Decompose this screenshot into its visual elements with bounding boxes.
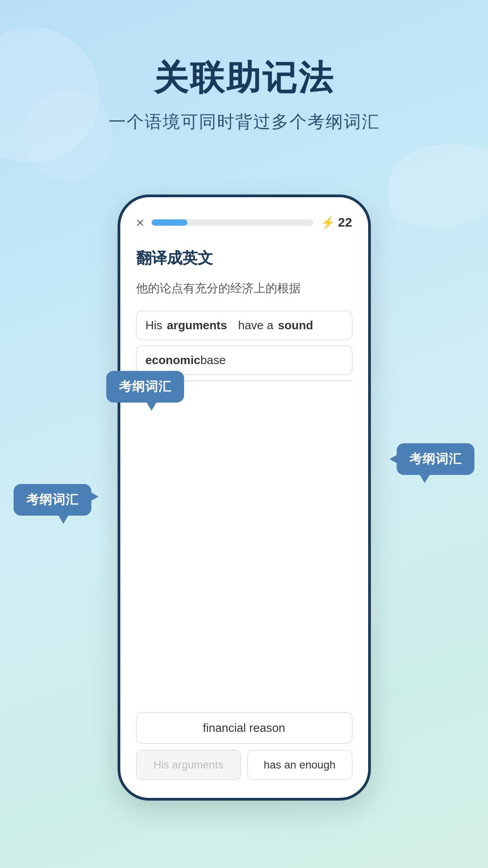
bg-decoration-2	[389, 145, 488, 226]
tooltip-3-arrow	[90, 492, 99, 501]
bg-decoration-3	[23, 90, 113, 181]
tooltip-2-arrow	[389, 455, 398, 464]
option-row-2: His arguments has an enough	[136, 750, 352, 780]
option-text-2a: His arguments	[153, 759, 223, 771]
answer-row1-bold1: arguments	[167, 318, 227, 332]
answer-row1-bold2: sound	[278, 318, 313, 332]
chinese-prompt: 他的论点有充分的经济上的根据	[136, 280, 352, 297]
option-has-an-enough[interactable]: has an enough	[247, 750, 352, 780]
tooltip-1-label: 考纲词汇	[119, 379, 171, 394]
score-value: 22	[338, 215, 352, 230]
bottom-options: financial reason His arguments has an en…	[136, 712, 352, 780]
progress-bar-fill	[152, 219, 187, 226]
phone-mockup: × ⚡ 22 翻译成英文 他的论点有充分的经济上的根据 His argument…	[118, 194, 371, 801]
score-area: ⚡ 22	[321, 215, 352, 230]
lightning-icon: ⚡	[321, 216, 335, 230]
answer-row1-text2: have a	[232, 318, 274, 332]
answer-row1-text1: His	[146, 318, 163, 332]
phone-content: × ⚡ 22 翻译成英文 他的论点有充分的经济上的根据 His argument…	[120, 197, 368, 798]
tooltip-2-label: 考纲词汇	[409, 452, 462, 466]
close-button[interactable]: ×	[136, 215, 145, 230]
option-text-2b: has an enough	[264, 759, 336, 771]
tooltip-bubble-3: 考纲词汇	[14, 484, 91, 516]
tooltip-3-label: 考纲词汇	[26, 493, 79, 507]
option-text-1: financial reason	[203, 721, 285, 735]
answer-row2-bold: economic	[146, 353, 200, 367]
phone-frame: × ⚡ 22 翻译成英文 他的论点有充分的经济上的根据 His argument…	[118, 194, 371, 801]
answer-row2-text: base	[200, 353, 226, 367]
option-financial-reason[interactable]: financial reason	[136, 712, 352, 744]
tooltip-bubble-1: 考纲词汇	[106, 371, 184, 403]
tooltip-bubble-2: 考纲词汇	[397, 443, 474, 475]
top-bar: × ⚡ 22	[136, 215, 352, 230]
option-his-arguments[interactable]: His arguments	[136, 750, 241, 780]
progress-bar-container	[152, 219, 313, 226]
answer-row-1: His arguments have a sound	[136, 311, 352, 340]
question-type-label: 翻译成英文	[136, 248, 352, 269]
